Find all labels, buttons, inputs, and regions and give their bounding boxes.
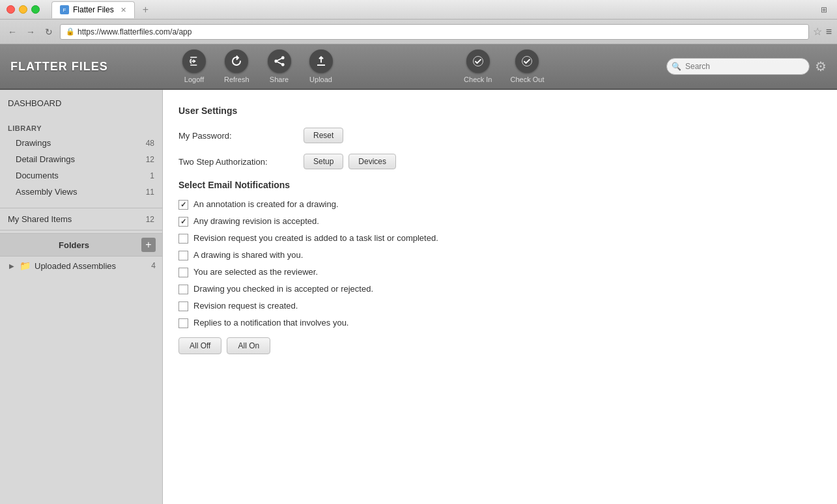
svg-line-6 bbox=[277, 59, 282, 61]
browser-tab[interactable]: F Flatter Files ✕ bbox=[51, 1, 135, 18]
svg-rect-1 bbox=[190, 64, 197, 66]
minimize-window-button[interactable] bbox=[19, 5, 27, 14]
password-label: My Password: bbox=[178, 131, 296, 141]
user-settings-title: User Settings bbox=[178, 105, 821, 116]
refresh-button[interactable]: ↻ bbox=[42, 25, 56, 39]
sidebar: DASHBOARD LIBRARY Drawings 48 Detail Dra… bbox=[0, 90, 163, 504]
upload-label: Upload bbox=[309, 76, 332, 83]
traffic-lights bbox=[7, 5, 40, 14]
share-button[interactable]: Share bbox=[259, 46, 300, 87]
window-resize-button[interactable]: ⊞ bbox=[817, 3, 830, 16]
sidebar-item-drawings[interactable]: Drawings 48 bbox=[0, 135, 162, 151]
notification-checkbox-5[interactable] bbox=[178, 268, 188, 277]
add-folder-button[interactable]: + bbox=[141, 238, 156, 252]
shared-items-label: My Shared Items bbox=[8, 214, 72, 224]
checkout-label: Check Out bbox=[511, 76, 545, 83]
checkout-button[interactable]: Check Out bbox=[502, 46, 554, 87]
app-toolbar: FLATTER FILES Logoff bbox=[0, 44, 837, 90]
browser-addressbar: ← → ↻ 🔒 https://www.flatterfiles.com/a/a… bbox=[0, 20, 837, 44]
notification-label-2: Any drawing revision is accepted. bbox=[193, 216, 319, 226]
notification-item: Any drawing revision is accepted. bbox=[178, 216, 821, 227]
notification-label-4: A drawing is shared with you. bbox=[193, 250, 303, 260]
forward-button[interactable]: → bbox=[23, 25, 38, 39]
setup-button[interactable]: Setup bbox=[304, 154, 343, 169]
sidebar-item-documents[interactable]: Documents 1 bbox=[0, 167, 162, 184]
maximize-window-button[interactable] bbox=[31, 5, 40, 14]
all-off-button[interactable]: All Off bbox=[178, 337, 221, 354]
share-label: Share bbox=[270, 76, 289, 83]
folder-arrow-icon: ▶ bbox=[9, 262, 14, 270]
documents-label: Documents bbox=[16, 171, 59, 180]
all-on-button[interactable]: All On bbox=[227, 337, 270, 354]
browser-menu-button[interactable]: ≡ bbox=[826, 26, 832, 38]
bookmark-button[interactable]: ☆ bbox=[813, 25, 822, 38]
notification-checkbox-1[interactable] bbox=[178, 200, 188, 210]
notification-checkbox-8[interactable] bbox=[178, 318, 188, 328]
notifications-list: An annotation is created for a drawing.A… bbox=[178, 199, 821, 328]
folder-name: Uploaded Assemblies bbox=[35, 261, 147, 271]
notification-item: A drawing is shared with you. bbox=[178, 250, 821, 260]
drawings-count: 48 bbox=[146, 139, 154, 148]
notification-label-3: Revision request you created is added to… bbox=[193, 233, 438, 243]
svg-point-4 bbox=[281, 57, 283, 59]
checkin-button[interactable]: Check In bbox=[455, 46, 501, 87]
tab-favicon: F bbox=[60, 5, 69, 14]
tab-close-button[interactable]: ✕ bbox=[121, 6, 126, 14]
content-area: User Settings My Password: Reset Two Ste… bbox=[163, 90, 837, 504]
notification-item: Replies to a notification that involves … bbox=[178, 318, 821, 328]
sidebar-item-assembly-views[interactable]: Assembly Views 11 bbox=[0, 184, 162, 200]
notification-item: Revision request is created. bbox=[178, 301, 821, 311]
new-tab-button[interactable]: + bbox=[143, 4, 149, 16]
settings-button[interactable]: ⚙ bbox=[815, 59, 827, 74]
notification-item: Revision request you created is added to… bbox=[178, 233, 821, 244]
logoff-label: Logoff bbox=[184, 76, 204, 83]
sidebar-item-dashboard[interactable]: DASHBOARD bbox=[0, 95, 162, 111]
notification-label-6: Drawing you checked in is accepted or re… bbox=[193, 284, 373, 294]
notification-label-8: Replies to a notification that involves … bbox=[193, 318, 348, 328]
email-notifications-title: Select Email Notifications bbox=[178, 180, 821, 190]
svg-rect-0 bbox=[190, 57, 197, 58]
app-brand: FLATTER FILES bbox=[10, 60, 173, 74]
devices-button[interactable]: Devices bbox=[348, 154, 396, 169]
main-layout: DASHBOARD LIBRARY Drawings 48 Detail Dra… bbox=[0, 90, 837, 504]
search-input[interactable] bbox=[666, 58, 810, 75]
sidebar-divider-2 bbox=[0, 230, 162, 231]
address-bar[interactable]: 🔒 https://www.flatterfiles.com/a/app bbox=[60, 24, 809, 40]
upload-button[interactable]: Upload bbox=[300, 46, 342, 87]
folder-icon: 📁 bbox=[20, 260, 31, 271]
notification-checkbox-6[interactable] bbox=[178, 285, 188, 294]
close-window-button[interactable] bbox=[7, 5, 15, 14]
upload-icon bbox=[309, 49, 333, 73]
folders-header: Folders + bbox=[0, 233, 162, 257]
refresh-icon bbox=[225, 49, 248, 73]
two-step-label: Two Step Authorization: bbox=[178, 157, 296, 167]
notification-actions-row: All Off All On bbox=[178, 337, 821, 354]
sidebar-divider bbox=[0, 208, 162, 208]
sidebar-item-shared-items[interactable]: My Shared Items 12 bbox=[0, 211, 162, 227]
notification-checkbox-4[interactable] bbox=[178, 251, 188, 260]
notification-checkbox-2[interactable] bbox=[178, 217, 188, 227]
toolbar-actions: Logoff Refresh bbox=[173, 46, 342, 87]
sidebar-section-library: LIBRARY Drawings 48 Detail Drawings 12 D… bbox=[0, 117, 162, 205]
reset-password-button[interactable]: Reset bbox=[304, 128, 343, 143]
browser-titlebar: F Flatter Files ✕ + ⊞ bbox=[0, 0, 837, 20]
detail-drawings-count: 12 bbox=[146, 155, 154, 164]
notification-checkbox-3[interactable] bbox=[178, 234, 188, 244]
window-controls: ⊞ bbox=[817, 3, 830, 16]
back-button[interactable]: ← bbox=[5, 25, 20, 39]
sidebar-item-detail-drawings[interactable]: Detail Drawings 12 bbox=[0, 151, 162, 167]
password-btn-group: Reset bbox=[304, 128, 343, 143]
notification-item: An annotation is created for a drawing. bbox=[178, 199, 821, 210]
two-step-row: Two Step Authorization: Setup Devices bbox=[178, 154, 821, 169]
logoff-icon bbox=[182, 49, 206, 73]
svg-point-9 bbox=[473, 57, 483, 66]
svg-point-3 bbox=[275, 61, 277, 63]
notification-checkbox-7[interactable] bbox=[178, 301, 188, 311]
svg-point-10 bbox=[522, 57, 532, 66]
password-row: My Password: Reset bbox=[178, 128, 821, 143]
uploaded-assemblies-folder[interactable]: ▶ 📁 Uploaded Assemblies 4 bbox=[0, 257, 162, 275]
refresh-button[interactable]: Refresh bbox=[215, 46, 259, 87]
logoff-button[interactable]: Logoff bbox=[173, 46, 215, 87]
lock-icon: 🔒 bbox=[66, 27, 75, 36]
app-container: FLATTER FILES Logoff bbox=[0, 44, 837, 504]
